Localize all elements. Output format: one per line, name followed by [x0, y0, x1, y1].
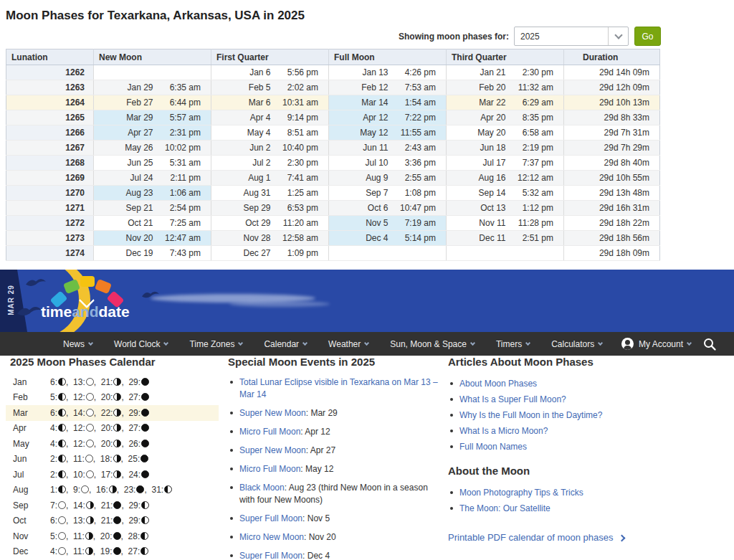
phase-day[interactable]: 14:	[73, 408, 85, 418]
new-moon-icon[interactable]	[140, 455, 148, 462]
nav-item-time-zones[interactable]: Time Zones	[189, 339, 242, 349]
event-link[interactable]: Super New Moon	[239, 445, 306, 455]
first-quarter-moon-icon[interactable]	[140, 532, 148, 540]
new-moon-icon[interactable]	[113, 547, 121, 555]
phase-day[interactable]: 21:	[101, 377, 113, 387]
first-quarter-moon-icon[interactable]	[58, 485, 66, 493]
third-quarter-moon-icon[interactable]	[113, 440, 121, 447]
full-moon-icon[interactable]	[58, 516, 66, 524]
third-quarter-moon-icon[interactable]	[85, 532, 93, 540]
article-link[interactable]: What Is a Super Full Moon?	[459, 394, 566, 404]
phase-day[interactable]: 31:	[151, 485, 163, 495]
first-quarter-moon-icon[interactable]	[58, 393, 66, 401]
event-link[interactable]: Super New Moon	[239, 408, 306, 418]
phase-day[interactable]: 29:	[128, 516, 140, 526]
new-moon-icon[interactable]	[141, 378, 149, 386]
phase-day[interactable]: 4:	[50, 546, 57, 556]
full-moon-icon[interactable]	[86, 440, 94, 447]
new-moon-icon[interactable]	[113, 501, 121, 509]
event-link[interactable]: Micro Full Moon	[239, 464, 300, 474]
first-quarter-moon-icon[interactable]	[58, 409, 66, 417]
event-link[interactable]: Super Full Moon	[239, 513, 302, 523]
phase-day[interactable]: 6:	[50, 516, 57, 526]
phase-day[interactable]: 17:	[101, 470, 113, 480]
phase-day[interactable]: 10:	[73, 470, 85, 480]
phase-day[interactable]: 29:	[128, 408, 140, 418]
phase-day[interactable]: 18:	[100, 454, 113, 464]
new-moon-icon[interactable]	[141, 393, 149, 401]
phase-day[interactable]: 12:	[73, 392, 85, 402]
phase-day[interactable]: 20:	[101, 392, 113, 402]
phase-day[interactable]: 28:	[128, 531, 140, 541]
first-quarter-moon-icon[interactable]	[141, 501, 149, 509]
first-quarter-moon-icon[interactable]	[58, 440, 66, 447]
phase-day[interactable]: 2:	[50, 470, 57, 480]
phase-day[interactable]: 20:	[100, 531, 113, 541]
first-quarter-moon-icon[interactable]	[58, 470, 66, 478]
third-quarter-moon-icon[interactable]	[113, 409, 121, 417]
go-button[interactable]: Go	[634, 27, 661, 46]
phase-day[interactable]: 19:	[100, 546, 113, 556]
phase-day[interactable]: 23:	[124, 485, 136, 495]
phase-day[interactable]: 12:	[73, 423, 85, 433]
first-quarter-moon-icon[interactable]	[140, 547, 148, 555]
nav-item-news[interactable]: News	[63, 339, 92, 349]
article-link[interactable]: Full Moon Names	[459, 442, 527, 452]
phase-day[interactable]: 7:	[50, 500, 57, 511]
full-moon-icon[interactable]	[86, 424, 94, 432]
phase-day[interactable]: 20:	[101, 423, 113, 433]
phase-day[interactable]: 14:	[73, 500, 85, 511]
new-moon-icon[interactable]	[141, 409, 149, 417]
full-moon-icon[interactable]	[86, 393, 94, 401]
event-link[interactable]: Micro New Moon	[239, 532, 304, 542]
third-quarter-moon-icon[interactable]	[109, 485, 117, 493]
event-link[interactable]: Super Full Moon	[239, 551, 302, 560]
third-quarter-moon-icon[interactable]	[113, 378, 121, 386]
third-quarter-moon-icon[interactable]	[85, 547, 93, 555]
event-link[interactable]: Total Lunar Eclipse visible in Texarkana…	[239, 377, 438, 399]
nav-item-timers[interactable]: Timers	[496, 339, 530, 349]
phase-day[interactable]: 26:	[128, 439, 140, 449]
new-moon-icon[interactable]	[141, 470, 149, 478]
phase-day[interactable]: 11:	[73, 454, 85, 464]
nav-item-sun-moon-space[interactable]: Sun, Moon & Space	[390, 339, 475, 349]
phase-day[interactable]: 5:	[50, 531, 57, 541]
new-moon-icon[interactable]	[141, 424, 149, 432]
article-link[interactable]: What Is a Micro Moon?	[459, 426, 548, 436]
full-moon-icon[interactable]	[86, 409, 94, 417]
phase-day[interactable]: 22:	[101, 408, 113, 418]
third-quarter-moon-icon[interactable]	[113, 455, 121, 462]
article-link[interactable]: Why Is the Full Moon in the Daytime?	[459, 410, 602, 420]
phase-day[interactable]: 4:	[50, 439, 57, 449]
phase-day[interactable]: 21:	[101, 500, 113, 511]
article-link[interactable]: Moon Photography Tips & Tricks	[459, 488, 583, 498]
full-moon-icon[interactable]	[81, 485, 89, 493]
phase-day[interactable]: 16:	[96, 485, 108, 495]
my-account-menu[interactable]: My Account	[621, 332, 691, 356]
phase-day[interactable]: 11:	[73, 546, 85, 556]
full-moon-icon[interactable]	[58, 501, 66, 509]
nav-item-calendar[interactable]: Calendar	[264, 339, 307, 349]
full-moon-icon[interactable]	[85, 455, 93, 462]
third-quarter-moon-icon[interactable]	[113, 470, 121, 478]
third-quarter-moon-icon[interactable]	[113, 424, 121, 432]
search-icon[interactable]	[702, 337, 717, 351]
full-moon-icon[interactable]	[86, 470, 94, 478]
new-moon-icon[interactable]	[113, 516, 121, 524]
phase-day[interactable]: 27:	[128, 423, 140, 433]
nav-item-calculators[interactable]: Calculators	[551, 339, 602, 349]
first-quarter-moon-icon[interactable]	[58, 378, 66, 386]
first-quarter-moon-icon[interactable]	[58, 424, 66, 432]
third-quarter-moon-icon[interactable]	[86, 501, 94, 509]
phase-day[interactable]: 4:	[50, 423, 57, 433]
phase-day[interactable]: 21:	[101, 516, 113, 526]
new-moon-icon[interactable]	[141, 440, 149, 447]
new-moon-icon[interactable]	[113, 532, 121, 540]
phase-day[interactable]: 1:	[50, 485, 57, 495]
timeanddate-wordmark[interactable]: timeanddate	[41, 303, 130, 321]
third-quarter-moon-icon[interactable]	[86, 516, 94, 524]
third-quarter-moon-icon[interactable]	[113, 393, 121, 401]
full-moon-icon[interactable]	[58, 547, 66, 555]
event-link[interactable]: Micro Full Moon	[239, 427, 300, 437]
phase-day[interactable]: 24:	[128, 470, 140, 480]
